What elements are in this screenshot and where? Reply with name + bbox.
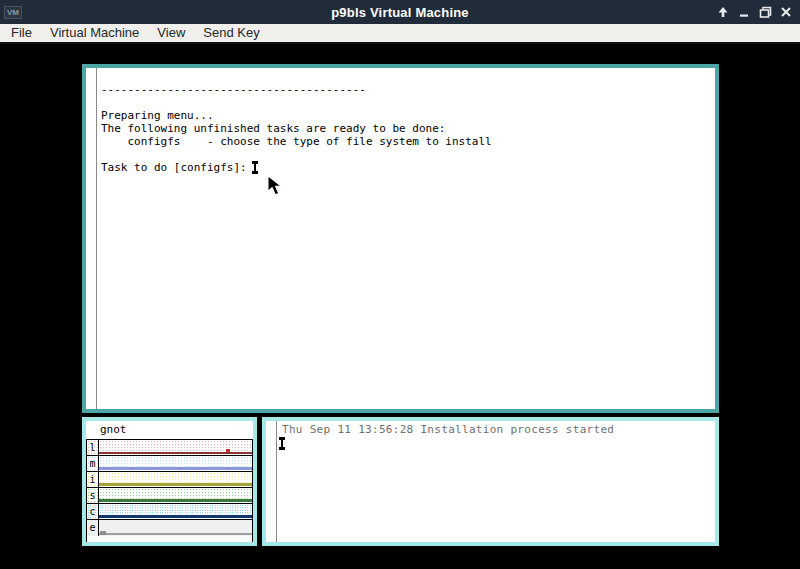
stats-row-intr: i (87, 472, 252, 488)
stats-row-graph (99, 504, 252, 519)
menu-send-key[interactable]: Send Key (194, 24, 268, 42)
stats-hostname: gnot (100, 423, 127, 436)
stats-row-syscall: s (87, 488, 252, 504)
stats-row-graph (99, 440, 252, 455)
shade-up-arrow-icon[interactable] (715, 4, 731, 20)
terminal-scrollbar[interactable] (96, 68, 97, 409)
stats-row-graph (99, 456, 252, 471)
installer-terminal-text: ----------------------------------------… (101, 83, 492, 174)
stats-row-graph (99, 472, 252, 487)
window-titlebar[interactable]: VM p9bls Virtual Machine (0, 0, 800, 24)
stats-row-ether: e (87, 520, 252, 536)
stats-row-label: m (87, 456, 99, 471)
text-cursor-icon (254, 162, 256, 173)
mouse-arrow-icon (266, 175, 286, 201)
stats-row-load: l (87, 440, 252, 456)
menubar: File Virtual Machine View Send Key (0, 24, 800, 44)
stats-graph: l m i s (86, 439, 253, 542)
stats-window[interactable]: gnot l m i s (82, 417, 257, 546)
window-controls (715, 0, 794, 24)
vm-display[interactable]: ----------------------------------------… (0, 44, 800, 569)
text-cursor-icon (281, 438, 283, 449)
console-scrollbar[interactable] (276, 421, 277, 542)
menu-virtual-machine[interactable]: Virtual Machine (41, 24, 148, 42)
stats-row-label: s (87, 488, 99, 503)
console-window[interactable]: Thu Sep 11 13:56:28 Installation process… (262, 417, 719, 546)
close-icon[interactable] (778, 4, 794, 20)
stats-row-graph (99, 488, 252, 503)
stats-row-label: c (87, 504, 99, 519)
stats-row-label: e (87, 520, 99, 536)
restore-icon[interactable] (757, 4, 773, 20)
stats-row-label: l (87, 440, 99, 455)
console-log-text: Thu Sep 11 13:56:28 Installation process… (282, 423, 614, 436)
menu-view[interactable]: View (148, 24, 194, 42)
minimize-icon[interactable] (736, 4, 752, 20)
stats-row-graph (99, 520, 252, 536)
menu-file[interactable]: File (2, 24, 41, 42)
stats-row-context: c (87, 504, 252, 520)
window-title: p9bls Virtual Machine (0, 5, 800, 20)
vm-logo-icon: VM (4, 6, 22, 19)
installer-terminal-window[interactable]: ----------------------------------------… (82, 64, 719, 413)
stats-row-label: i (87, 472, 99, 487)
stats-row-mem: m (87, 456, 252, 472)
